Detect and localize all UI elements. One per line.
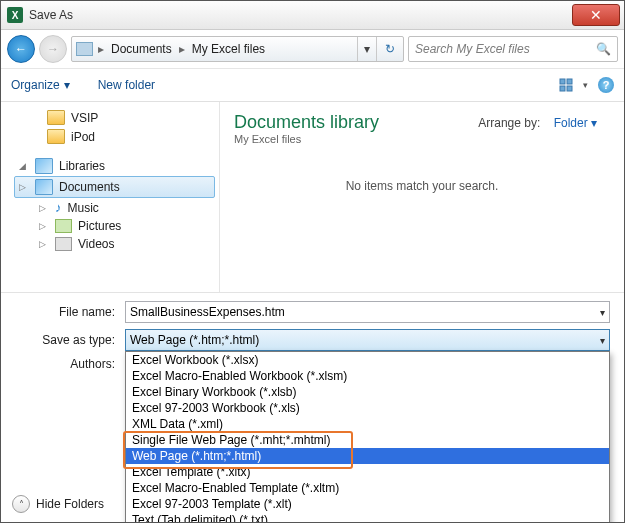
breadcrumb-sep-icon: ▸ <box>174 42 190 56</box>
chevron-up-icon: ˄ <box>12 495 30 513</box>
forward-arrow-icon: → <box>47 42 59 56</box>
search-placeholder: Search My Excel files <box>415 42 530 56</box>
chevron-down-icon[interactable]: ▾ <box>583 80 588 90</box>
expand-icon[interactable]: ▷ <box>19 182 29 192</box>
tree-label: Music <box>68 201 99 215</box>
libraries-icon <box>35 158 53 174</box>
close-icon: ✕ <box>590 8 602 22</box>
music-icon: ♪ <box>55 200 62 215</box>
file-type-option[interactable]: Single File Web Page (*.mht;*.mhtml) <box>126 432 609 448</box>
file-type-listbox[interactable]: Excel Workbook (*.xlsx)Excel Macro-Enabl… <box>125 351 610 523</box>
tree-item-libraries[interactable]: ◢ Libraries <box>15 156 215 176</box>
expand-icon[interactable]: ◢ <box>19 161 29 171</box>
empty-message: No items match your search. <box>234 179 610 193</box>
tree-item-videos[interactable]: ▷ Videos <box>35 235 215 253</box>
svg-rect-0 <box>560 79 565 84</box>
breadcrumb-sep-icon: ▸ <box>93 42 109 56</box>
tree-item-pictures[interactable]: ▷ Pictures <box>35 217 215 235</box>
filename-label: File name: <box>15 305 125 319</box>
search-input[interactable]: Search My Excel files 🔍 <box>408 36 618 62</box>
organize-label: Organize <box>11 78 60 92</box>
body-area: VSIP iPod ◢ Libraries ▷ Documents ▷ ♪ Mu… <box>1 102 624 292</box>
content-pane: Documents library My Excel files Arrange… <box>220 102 624 292</box>
filename-input[interactable]: SmallBusinessExpenses.htm ▾ <box>125 301 610 323</box>
svg-rect-1 <box>567 79 572 84</box>
svg-rect-3 <box>567 86 572 91</box>
tree-item-music[interactable]: ▷ ♪ Music <box>35 198 215 217</box>
arrange-label: Arrange by: <box>478 116 540 130</box>
close-button[interactable]: ✕ <box>572 4 620 26</box>
file-type-option[interactable]: Excel Workbook (*.xlsx) <box>126 352 609 368</box>
help-icon: ? <box>603 79 610 91</box>
nav-tree: VSIP iPod ◢ Libraries ▷ Documents ▷ ♪ Mu… <box>1 102 220 292</box>
pictures-icon <box>55 219 72 233</box>
hide-folders-label: Hide Folders <box>36 497 104 511</box>
chevron-down-icon[interactable]: ▾ <box>600 307 605 318</box>
save-as-type-label: Save as type: <box>15 333 125 347</box>
form-area: File name: SmallBusinessExpenses.htm ▾ S… <box>1 292 624 381</box>
nav-bar: ← → ▸ Documents ▸ My Excel files ▾ ↻ Sea… <box>1 30 624 69</box>
tree-label: Libraries <box>59 159 105 173</box>
chevron-down-icon[interactable]: ▾ <box>600 335 605 346</box>
tree-label: iPod <box>71 130 95 144</box>
expand-icon[interactable]: ▷ <box>39 239 49 249</box>
file-type-option[interactable]: XML Data (*.xml) <box>126 416 609 432</box>
tree-item-ipod[interactable]: iPod <box>43 127 215 146</box>
breadcrumb[interactable]: ▸ Documents ▸ My Excel files ▾ ↻ <box>71 36 404 62</box>
folder-icon <box>47 110 65 125</box>
file-type-option[interactable]: Text (Tab delimited) (*.txt) <box>126 512 609 523</box>
tree-label: Videos <box>78 237 114 251</box>
file-type-option[interactable]: Excel 97-2003 Workbook (*.xls) <box>126 400 609 416</box>
file-type-option[interactable]: Web Page (*.htm;*.html) <box>126 448 609 464</box>
organize-button[interactable]: Organize ▾ <box>11 78 70 92</box>
new-folder-button[interactable]: New folder <box>98 78 155 92</box>
videos-icon <box>55 237 72 251</box>
title-bar: X Save As ✕ <box>1 1 624 30</box>
arrange-by-dropdown[interactable]: Folder ▾ <box>554 116 597 130</box>
chevron-down-icon: ▾ <box>64 78 70 92</box>
hide-folders-button[interactable]: ˄ Hide Folders <box>12 495 104 513</box>
view-options-icon[interactable] <box>559 78 573 92</box>
arrange-by: Arrange by: Folder ▾ <box>478 116 597 130</box>
file-type-option[interactable]: Excel 97-2003 Template (*.xlt) <box>126 496 609 512</box>
expand-icon[interactable]: ▷ <box>39 203 49 213</box>
forward-button[interactable]: → <box>39 35 67 63</box>
refresh-icon: ↻ <box>385 42 395 56</box>
new-folder-label: New folder <box>98 78 155 92</box>
save-as-type-dropdown[interactable]: Web Page (*.htm;*.html) ▾ <box>125 329 610 351</box>
file-type-option[interactable]: Excel Macro-Enabled Template (*.xltm) <box>126 480 609 496</box>
window-title: Save As <box>29 8 572 22</box>
breadcrumb-documents[interactable]: Documents <box>109 42 174 56</box>
file-type-option[interactable]: Excel Binary Workbook (*.xlsb) <box>126 384 609 400</box>
svg-rect-2 <box>560 86 565 91</box>
breadcrumb-my-excel-files[interactable]: My Excel files <box>190 42 267 56</box>
tree-item-vsip[interactable]: VSIP <box>43 108 215 127</box>
authors-label: Authors: <box>15 357 125 371</box>
tree-label: VSIP <box>71 111 98 125</box>
tree-label: Documents <box>59 180 120 194</box>
filename-value: SmallBusinessExpenses.htm <box>130 305 285 319</box>
save-as-type-value: Web Page (*.htm;*.html) <box>130 333 259 347</box>
file-type-option[interactable]: Excel Macro-Enabled Workbook (*.xlsm) <box>126 368 609 384</box>
tree-label: Pictures <box>78 219 121 233</box>
computer-icon <box>76 42 93 56</box>
help-button[interactable]: ? <box>598 77 614 93</box>
toolbar: Organize ▾ New folder ▾ ? <box>1 69 624 102</box>
refresh-button[interactable]: ↻ <box>376 37 403 61</box>
back-button[interactable]: ← <box>7 35 35 63</box>
tree-item-documents[interactable]: ▷ Documents <box>14 176 215 198</box>
folder-icon <box>47 129 65 144</box>
file-type-option[interactable]: Excel Template (*.xltx) <box>126 464 609 480</box>
back-arrow-icon: ← <box>15 42 27 56</box>
excel-icon: X <box>7 7 23 23</box>
documents-icon <box>35 179 53 195</box>
content-subheading: My Excel files <box>234 133 610 145</box>
breadcrumb-dropdown-icon[interactable]: ▾ <box>357 37 376 61</box>
expand-icon[interactable]: ▷ <box>39 221 49 231</box>
search-icon: 🔍 <box>596 42 611 56</box>
